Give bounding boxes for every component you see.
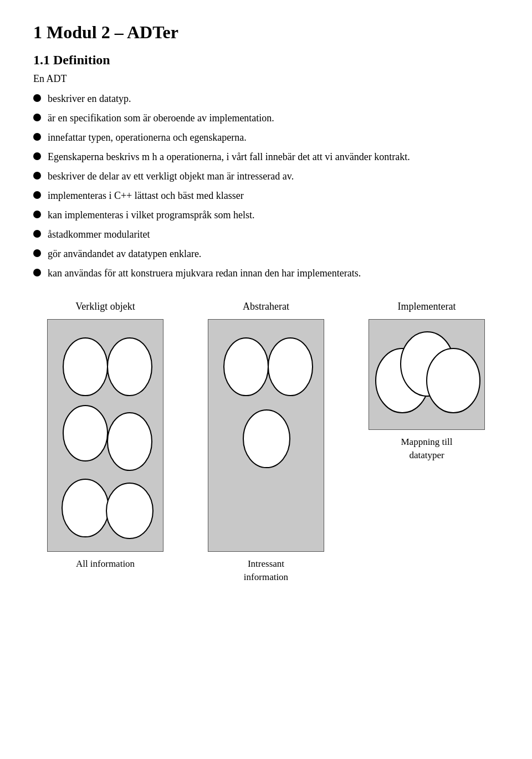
bullet-icon: [33, 172, 41, 180]
bullet-text: beskriver de delar av ett verkligt objek…: [48, 169, 294, 184]
svg-point-4: [62, 479, 109, 537]
diagram-label-bottom-1: All information: [76, 557, 135, 571]
bullet-text: Egenskaperna beskrivs m h a operationern…: [48, 150, 410, 165]
diagrams-section: Verkligt objekt All information Abstrahe…: [33, 301, 499, 584]
list-item: kan användas för att konstruera mjukvara…: [33, 266, 499, 281]
diagram-col-2: Abstraherat Intressant information: [194, 301, 338, 584]
diagram-col-3: Implementerat Mappning till datatyper: [355, 301, 499, 462]
diagram-box-3: [369, 319, 485, 430]
bullet-icon: [33, 211, 41, 218]
diagram-label-top-3: Implementerat: [398, 301, 456, 312]
svg-point-5: [106, 483, 153, 539]
diagram-label-bottom-2: Intressant information: [244, 557, 288, 584]
bullet-icon: [33, 114, 41, 121]
svg-point-2: [63, 406, 108, 461]
list-item: kan implementeras i vilket programspråk …: [33, 208, 499, 223]
bullet-icon: [33, 94, 41, 102]
subtitle: En ADT: [33, 73, 499, 85]
bullet-text: åstadkommer modularitet: [48, 227, 150, 242]
diagram-box-2: [208, 319, 324, 552]
bullet-text: gör användandet av datatypen enklare.: [48, 247, 201, 261]
bullet-text: kan implementeras i vilket programspråk …: [48, 208, 254, 223]
bullet-text: implementeras i C++ lättast och bäst med…: [48, 188, 244, 203]
diagram-label-bottom-3: Mappning till datatyper: [401, 435, 452, 462]
diagram-col-1: Verkligt objekt All information: [33, 301, 177, 571]
svg-point-3: [108, 413, 152, 470]
bullet-icon: [33, 191, 41, 199]
section-heading: 1.1 Definition: [33, 53, 499, 68]
list-item: Egenskaperna beskrivs m h a operationern…: [33, 150, 499, 165]
diagram-box-1: [47, 319, 163, 552]
bullet-text: innefattar typen, operationerna och egen…: [48, 130, 247, 145]
list-item: åstadkommer modularitet: [33, 227, 499, 242]
list-item: beskriver de delar av ett verkligt objek…: [33, 169, 499, 184]
svg-point-7: [268, 338, 313, 396]
bullet-text: beskriver en datatyp.: [48, 91, 131, 106]
bullet-icon: [33, 133, 41, 141]
list-item: implementeras i C++ lättast och bäst med…: [33, 188, 499, 203]
svg-point-0: [63, 338, 108, 396]
list-item: innefattar typen, operationerna och egen…: [33, 130, 499, 145]
bullet-icon: [33, 230, 41, 238]
list-item: beskriver en datatyp.: [33, 91, 499, 106]
bullet-text: kan användas för att konstruera mjukvara…: [48, 266, 361, 281]
diagram-label-top-1: Verkligt objekt: [75, 301, 135, 312]
bullet-list: beskriver en datatyp. är en specifikatio…: [33, 91, 499, 281]
bullet-icon: [33, 152, 41, 160]
bullet-icon: [33, 269, 41, 276]
svg-point-6: [224, 338, 268, 396]
svg-point-1: [108, 338, 152, 396]
page-heading: 1 Modul 2 – ADTer: [33, 22, 499, 43]
list-item: är en specifikation som är oberoende av …: [33, 111, 499, 126]
svg-point-8: [243, 410, 290, 468]
bullet-icon: [33, 249, 41, 257]
svg-point-11: [427, 348, 480, 413]
bullet-text: är en specifikation som är oberoende av …: [48, 111, 274, 126]
diagram-label-top-2: Abstraherat: [243, 301, 289, 312]
list-item: gör användandet av datatypen enklare.: [33, 247, 499, 261]
